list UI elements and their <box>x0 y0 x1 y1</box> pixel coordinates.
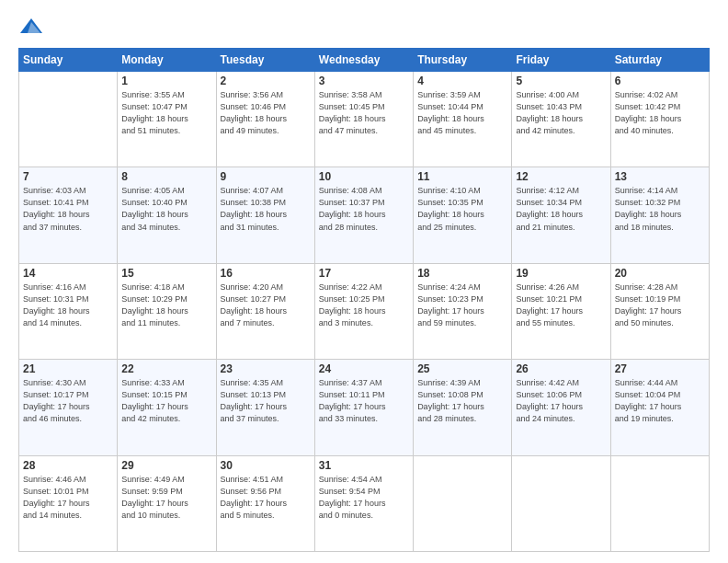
day-info: Sunrise: 4:14 AM Sunset: 10:32 PM Daylig… <box>615 185 705 233</box>
calendar-cell: 27Sunrise: 4:44 AM Sunset: 10:04 PM Dayl… <box>610 360 709 455</box>
calendar-cell: 24Sunrise: 4:37 AM Sunset: 10:11 PM Dayl… <box>314 360 413 455</box>
calendar-week-row: 28Sunrise: 4:46 AM Sunset: 10:01 PM Dayl… <box>19 455 710 551</box>
day-info: Sunrise: 4:12 AM Sunset: 10:34 PM Daylig… <box>516 185 606 233</box>
day-number: 15 <box>121 267 211 280</box>
day-number: 4 <box>417 75 507 87</box>
day-number: 18 <box>417 267 507 280</box>
day-number: 10 <box>319 170 409 183</box>
calendar-cell: 11Sunrise: 4:10 AM Sunset: 10:35 PM Dayl… <box>414 167 512 263</box>
calendar-cell: 9Sunrise: 4:07 AM Sunset: 10:38 PM Dayli… <box>216 167 314 263</box>
day-number: 27 <box>615 362 705 375</box>
day-info: Sunrise: 4:00 AM Sunset: 10:43 PM Daylig… <box>516 89 606 137</box>
calendar-cell: 21Sunrise: 4:30 AM Sunset: 10:17 PM Dayl… <box>19 360 118 455</box>
day-info: Sunrise: 4:20 AM Sunset: 10:27 PM Daylig… <box>221 282 311 329</box>
calendar-cell <box>19 72 118 167</box>
day-number: 8 <box>121 170 211 183</box>
day-info: Sunrise: 4:44 AM Sunset: 10:04 PM Daylig… <box>615 377 705 425</box>
calendar-cell: 14Sunrise: 4:16 AM Sunset: 10:31 PM Dayl… <box>19 263 118 359</box>
day-number: 14 <box>23 267 113 280</box>
day-info: Sunrise: 4:39 AM Sunset: 10:08 PM Daylig… <box>417 377 507 425</box>
day-info: Sunrise: 4:42 AM Sunset: 10:06 PM Daylig… <box>516 377 606 425</box>
day-info: Sunrise: 4:37 AM Sunset: 10:11 PM Daylig… <box>319 377 409 425</box>
calendar-cell <box>512 455 610 551</box>
day-number: 12 <box>516 170 606 183</box>
day-info: Sunrise: 4:54 AM Sunset: 9:54 PM Dayligh… <box>319 474 409 522</box>
day-info: Sunrise: 4:26 AM Sunset: 10:21 PM Daylig… <box>516 282 606 329</box>
day-number: 30 <box>221 459 311 472</box>
calendar: SundayMondayTuesdayWednesdayThursdayFrid… <box>18 48 710 552</box>
calendar-cell: 2Sunrise: 3:56 AM Sunset: 10:46 PM Dayli… <box>216 72 314 167</box>
day-info: Sunrise: 3:55 AM Sunset: 10:47 PM Daylig… <box>121 89 211 137</box>
day-number: 19 <box>516 267 606 280</box>
day-number: 9 <box>221 170 311 183</box>
calendar-cell: 13Sunrise: 4:14 AM Sunset: 10:32 PM Dayl… <box>610 167 709 263</box>
day-info: Sunrise: 4:08 AM Sunset: 10:37 PM Daylig… <box>319 185 409 233</box>
day-info: Sunrise: 4:49 AM Sunset: 9:59 PM Dayligh… <box>121 474 211 522</box>
day-of-week-header: Thursday <box>414 49 512 72</box>
day-info: Sunrise: 4:24 AM Sunset: 10:23 PM Daylig… <box>417 282 507 329</box>
day-number: 31 <box>319 459 409 472</box>
day-number: 21 <box>23 362 113 375</box>
day-number: 28 <box>23 459 113 472</box>
day-info: Sunrise: 4:33 AM Sunset: 10:15 PM Daylig… <box>121 377 211 425</box>
calendar-cell: 23Sunrise: 4:35 AM Sunset: 10:13 PM Dayl… <box>216 360 314 455</box>
day-info: Sunrise: 4:05 AM Sunset: 10:40 PM Daylig… <box>121 185 211 233</box>
day-number: 13 <box>615 170 705 183</box>
calendar-cell: 7Sunrise: 4:03 AM Sunset: 10:41 PM Dayli… <box>19 167 118 263</box>
calendar-cell: 6Sunrise: 4:02 AM Sunset: 10:42 PM Dayli… <box>610 72 709 167</box>
day-info: Sunrise: 4:51 AM Sunset: 9:56 PM Dayligh… <box>221 474 311 522</box>
day-info: Sunrise: 3:58 AM Sunset: 10:45 PM Daylig… <box>319 89 409 137</box>
header <box>18 15 710 40</box>
calendar-cell: 25Sunrise: 4:39 AM Sunset: 10:08 PM Dayl… <box>414 360 512 455</box>
day-number: 25 <box>417 362 507 375</box>
day-number: 16 <box>221 267 311 280</box>
day-number: 22 <box>121 362 211 375</box>
logo <box>18 15 48 40</box>
calendar-cell: 3Sunrise: 3:58 AM Sunset: 10:45 PM Dayli… <box>314 72 413 167</box>
calendar-cell: 18Sunrise: 4:24 AM Sunset: 10:23 PM Dayl… <box>414 263 512 359</box>
day-number: 5 <box>516 75 606 87</box>
day-info: Sunrise: 4:03 AM Sunset: 10:41 PM Daylig… <box>23 185 113 233</box>
calendar-cell: 26Sunrise: 4:42 AM Sunset: 10:06 PM Dayl… <box>512 360 610 455</box>
page: SundayMondayTuesdayWednesdayThursdayFrid… <box>0 0 728 563</box>
calendar-week-row: 14Sunrise: 4:16 AM Sunset: 10:31 PM Dayl… <box>19 263 710 359</box>
day-info: Sunrise: 4:16 AM Sunset: 10:31 PM Daylig… <box>23 282 113 329</box>
day-info: Sunrise: 3:56 AM Sunset: 10:46 PM Daylig… <box>221 89 311 137</box>
day-info: Sunrise: 3:59 AM Sunset: 10:44 PM Daylig… <box>417 89 507 137</box>
day-of-week-header: Sunday <box>19 49 118 72</box>
day-number: 20 <box>615 267 705 280</box>
day-info: Sunrise: 4:18 AM Sunset: 10:29 PM Daylig… <box>121 282 211 329</box>
day-info: Sunrise: 4:07 AM Sunset: 10:38 PM Daylig… <box>221 185 311 233</box>
calendar-header-row: SundayMondayTuesdayWednesdayThursdayFrid… <box>19 49 710 72</box>
day-info: Sunrise: 4:30 AM Sunset: 10:17 PM Daylig… <box>23 377 113 425</box>
calendar-cell: 10Sunrise: 4:08 AM Sunset: 10:37 PM Dayl… <box>314 167 413 263</box>
calendar-cell: 5Sunrise: 4:00 AM Sunset: 10:43 PM Dayli… <box>512 72 610 167</box>
day-number: 26 <box>516 362 606 375</box>
calendar-cell: 30Sunrise: 4:51 AM Sunset: 9:56 PM Dayli… <box>216 455 314 551</box>
day-info: Sunrise: 4:46 AM Sunset: 10:01 PM Daylig… <box>23 474 113 522</box>
calendar-cell: 20Sunrise: 4:28 AM Sunset: 10:19 PM Dayl… <box>610 263 709 359</box>
calendar-cell: 19Sunrise: 4:26 AM Sunset: 10:21 PM Dayl… <box>512 263 610 359</box>
day-number: 29 <box>121 459 211 472</box>
day-number: 3 <box>319 75 409 87</box>
day-info: Sunrise: 4:22 AM Sunset: 10:25 PM Daylig… <box>319 282 409 329</box>
calendar-cell <box>414 455 512 551</box>
calendar-cell: 1Sunrise: 3:55 AM Sunset: 10:47 PM Dayli… <box>118 72 216 167</box>
calendar-cell: 31Sunrise: 4:54 AM Sunset: 9:54 PM Dayli… <box>314 455 413 551</box>
logo-icon <box>18 15 44 40</box>
day-info: Sunrise: 4:28 AM Sunset: 10:19 PM Daylig… <box>615 282 705 329</box>
calendar-cell: 8Sunrise: 4:05 AM Sunset: 10:40 PM Dayli… <box>118 167 216 263</box>
day-of-week-header: Monday <box>118 49 216 72</box>
calendar-week-row: 1Sunrise: 3:55 AM Sunset: 10:47 PM Dayli… <box>19 72 710 167</box>
day-number: 24 <box>319 362 409 375</box>
calendar-cell: 12Sunrise: 4:12 AM Sunset: 10:34 PM Dayl… <box>512 167 610 263</box>
day-info: Sunrise: 4:35 AM Sunset: 10:13 PM Daylig… <box>221 377 311 425</box>
day-number: 6 <box>615 75 705 87</box>
day-of-week-header: Saturday <box>610 49 709 72</box>
day-number: 1 <box>121 75 211 87</box>
day-number: 2 <box>221 75 311 87</box>
calendar-cell: 22Sunrise: 4:33 AM Sunset: 10:15 PM Dayl… <box>118 360 216 455</box>
calendar-cell <box>610 455 709 551</box>
day-number: 17 <box>319 267 409 280</box>
day-info: Sunrise: 4:02 AM Sunset: 10:42 PM Daylig… <box>615 89 705 137</box>
